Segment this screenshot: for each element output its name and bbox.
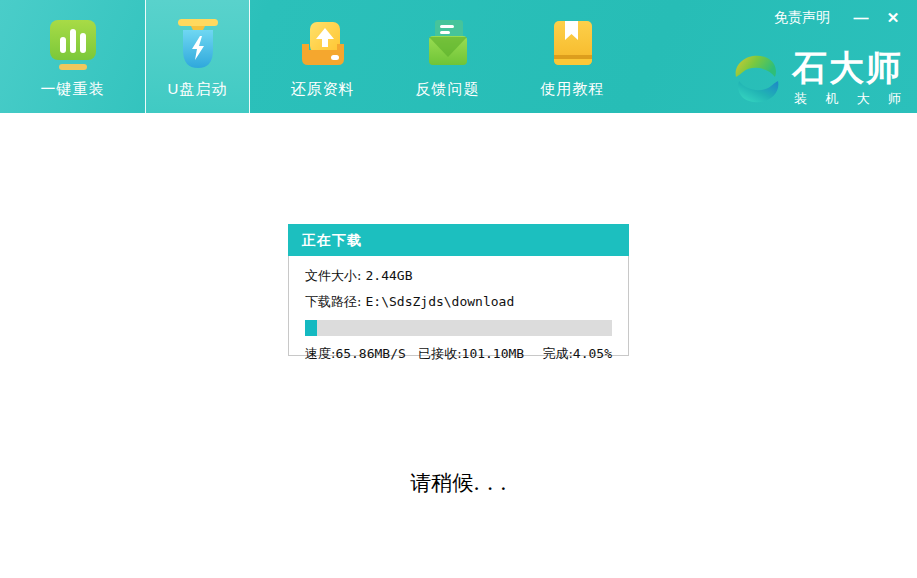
file-size-value: 2.44GB [366, 268, 413, 283]
download-stats: 速度:65.86MB/S 已接收:101.10MB 完成:4.05% [305, 345, 612, 363]
please-wait-message: 请稍候. . . [0, 469, 917, 497]
completed-stat: 完成:4.05% [542, 345, 612, 363]
download-path-value: E:\SdsZjds\download [366, 294, 515, 309]
progress-fill [305, 320, 317, 336]
brand-logo-icon [730, 52, 784, 106]
usb-boot-icon [170, 17, 226, 73]
minimize-icon: — [854, 9, 869, 26]
brand-logo-text: 石大师 装 机 大 师 [792, 50, 903, 108]
tab-label-tutorial: 使用教程 [541, 80, 605, 99]
file-size-label: 文件大小: [305, 268, 366, 283]
download-path-label: 下载路径: [305, 294, 366, 309]
progress-bar [305, 320, 612, 336]
close-button[interactable]: ✕ [884, 9, 902, 27]
tab-tutorial[interactable]: 使用教程 [520, 0, 625, 113]
brand-name: 石大师 [792, 50, 903, 87]
tab-label-feedback: 反馈问题 [416, 80, 480, 99]
file-size-row: 文件大小: 2.44GB [305, 267, 612, 285]
tab-usb-boot[interactable]: U盘启动 [145, 0, 250, 113]
tab-label-usb-boot: U盘启动 [168, 80, 228, 99]
minimize-button[interactable]: — [852, 9, 870, 27]
book-tutorial-icon [545, 17, 601, 73]
received-stat: 已接收:101.10MB [418, 345, 542, 363]
dialog-body: 文件大小: 2.44GB 下载路径: E:\SdsZjds\download 速… [288, 256, 629, 356]
tab-onekey-reinstall[interactable]: 一键重装 [20, 0, 125, 113]
brand-subtitle: 装 机 大 师 [792, 90, 903, 108]
speed-stat: 速度:65.86MB/S [305, 345, 418, 363]
tab-feedback[interactable]: 反馈问题 [395, 0, 500, 113]
brand-logo: 石大师 装 机 大 师 [730, 50, 903, 108]
nav-tabs: 一键重装 U盘启动 [20, 0, 645, 113]
disclaimer-link[interactable]: 免责声明 [774, 9, 830, 27]
tab-label-onekey-reinstall: 一键重装 [41, 80, 105, 99]
dialog-titlebar: 正在下载 [288, 224, 629, 256]
close-icon: ✕ [887, 9, 900, 26]
window-controls: 免责声明 — ✕ [774, 9, 902, 27]
restore-upload-icon [295, 17, 351, 73]
mail-feedback-icon [420, 17, 476, 73]
bar-chart-icon [45, 17, 101, 73]
dialog-title: 正在下载 [302, 232, 362, 248]
app-window: 一键重装 U盘启动 [0, 0, 917, 578]
app-header: 一键重装 U盘启动 [0, 0, 917, 113]
tab-restore-data[interactable]: 还原资料 [270, 0, 375, 113]
download-dialog: 正在下载 文件大小: 2.44GB 下载路径: E:\SdsZjds\downl… [288, 224, 629, 356]
tab-label-restore-data: 还原资料 [291, 80, 355, 99]
download-path-row: 下载路径: E:\SdsZjds\download [305, 293, 612, 311]
